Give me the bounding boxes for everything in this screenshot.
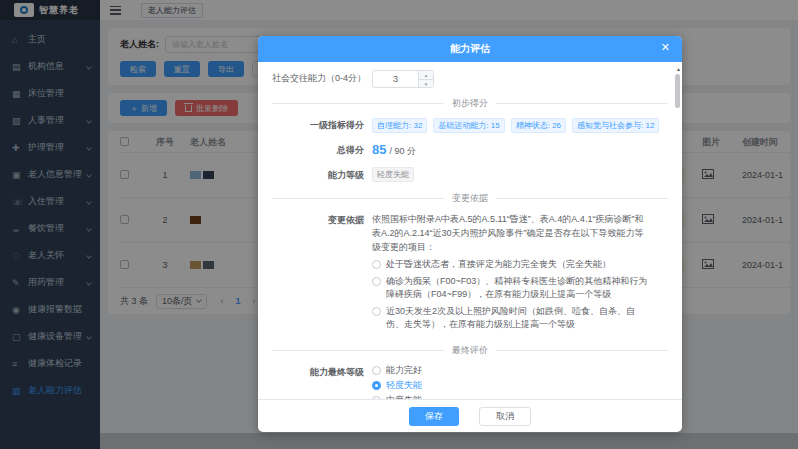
modal-header: 能力评估 ✕ (258, 36, 682, 62)
section-title: 最终评价 (444, 344, 496, 357)
divider-line (496, 103, 668, 104)
score-tag-perception-social: 感知觉与社会参与: 12 (572, 118, 659, 133)
basis-option-dementia[interactable]: 确诊为痴呆（F00~F03）、精神科专科医生诊断的其他精神和行为障碍疾病（F04… (372, 275, 668, 301)
divider-line (496, 198, 668, 199)
radio-icon (372, 307, 381, 316)
ability-level-label: 能力等级 (272, 167, 372, 183)
radio-label: 确诊为痴呆（F00~F03）、精神科专科医生诊断的其他精神和行为障碍疾病（F04… (386, 275, 668, 301)
section-title: 初步得分 (444, 97, 496, 110)
section-preliminary-score: 初步得分 (272, 97, 668, 110)
ability-level-tag: 轻度失能 (372, 167, 414, 182)
score-tag-basic-motion: 基础运动能力: 15 (433, 118, 504, 133)
social-ability-input[interactable]: 3 ▴ ▾ (372, 70, 434, 88)
section-final-evaluation: 最终评价 (272, 344, 668, 357)
radio-icon (372, 260, 381, 269)
change-basis-description: 依照国标中附录A中表A.5的A.5.11“昏迷”、表A.4的A.4.1“疾病诊断… (372, 212, 668, 254)
save-button[interactable]: 保存 (409, 407, 459, 426)
app-root: 智慧养老 ⌂主页 ▤机构信息 ▦床位管理 ▧人事管理 ✚护理管理 ▣老人信息管理… (0, 0, 798, 449)
modal-title: 能力评估 (450, 42, 490, 56)
total-score-value: 85/ 90 分 (372, 142, 416, 158)
final-option-moderate[interactable]: 中度失能 (372, 394, 668, 399)
basis-option-risk-events[interactable]: 近30天发生2次及以上照护风险时间（如跌倒、噎食、自杀、自伤、走失等），在原有能… (372, 305, 668, 331)
basis-option-coma[interactable]: 处于昏迷状态者，直接评定为能力完全丧失（完全失能） (372, 258, 668, 271)
final-level-label: 能力最终等级 (272, 364, 372, 399)
final-option-mild[interactable]: 轻度失能 (372, 379, 668, 392)
modal-footer: 保存 取消 (258, 399, 682, 432)
divider-line (272, 103, 444, 104)
radio-selected-icon (372, 381, 381, 390)
level1-score-tags: 自理能力: 32 基础运动能力: 15 精神状态: 26 感知觉与社会参与: 1… (372, 117, 659, 133)
modal-body: 社会交往能力（0-4分） 3 ▴ ▾ 初步得分 一级指标得分 自理能力: 32 … (258, 62, 682, 399)
change-basis-label: 变更依据 (272, 212, 372, 335)
scrollbar-thumb[interactable] (675, 74, 680, 108)
level1-scores-label: 一级指标得分 (272, 117, 372, 133)
divider-line (272, 350, 444, 351)
total-score-label: 总得分 (272, 142, 372, 158)
radio-icon (372, 396, 381, 399)
total-score-number: 85 (372, 142, 386, 157)
radio-icon (372, 277, 381, 286)
scrollbar-up-icon[interactable]: ▴ (677, 65, 680, 72)
change-basis-content: 依照国标中附录A中表A.5的A.5.11“昏迷”、表A.4的A.4.1“疾病诊断… (372, 212, 668, 335)
divider-line (496, 350, 668, 351)
radio-icon (372, 366, 381, 375)
section-change-basis: 变更依据 (272, 192, 668, 205)
social-ability-label: 社会交往能力（0-4分） (272, 70, 372, 88)
increment-button[interactable]: ▴ (419, 71, 433, 80)
radio-label: 处于昏迷状态者，直接评定为能力完全丧失（完全失能） (386, 258, 629, 271)
final-level-options: 能力完好 轻度失能 中度失能 重度失能 完全失能 (372, 364, 668, 399)
score-tag-self-care: 自理能力: 32 (372, 118, 427, 133)
radio-label: 近30天发生2次及以上照护风险时间（如跌倒、噎食、自杀、自伤、走失等），在原有能… (386, 305, 668, 331)
radio-label: 能力完好 (386, 364, 440, 377)
total-score-suffix: / 90 分 (389, 146, 416, 156)
radio-label: 轻度失能 (386, 379, 440, 392)
section-title: 变更依据 (444, 192, 496, 205)
score-tag-mental-state: 精神状态: 26 (511, 118, 566, 133)
divider-line (272, 198, 444, 199)
social-ability-value: 3 (373, 71, 418, 87)
ability-assessment-modal: 能力评估 ✕ 社会交往能力（0-4分） 3 ▴ ▾ 初步得分 一级指标得分 自理… (258, 36, 682, 432)
radio-label: 中度失能 (386, 394, 440, 399)
decrement-button[interactable]: ▾ (419, 80, 433, 88)
close-icon[interactable]: ✕ (661, 41, 670, 54)
cancel-button[interactable]: 取消 (479, 407, 531, 426)
final-option-intact[interactable]: 能力完好 (372, 364, 668, 377)
